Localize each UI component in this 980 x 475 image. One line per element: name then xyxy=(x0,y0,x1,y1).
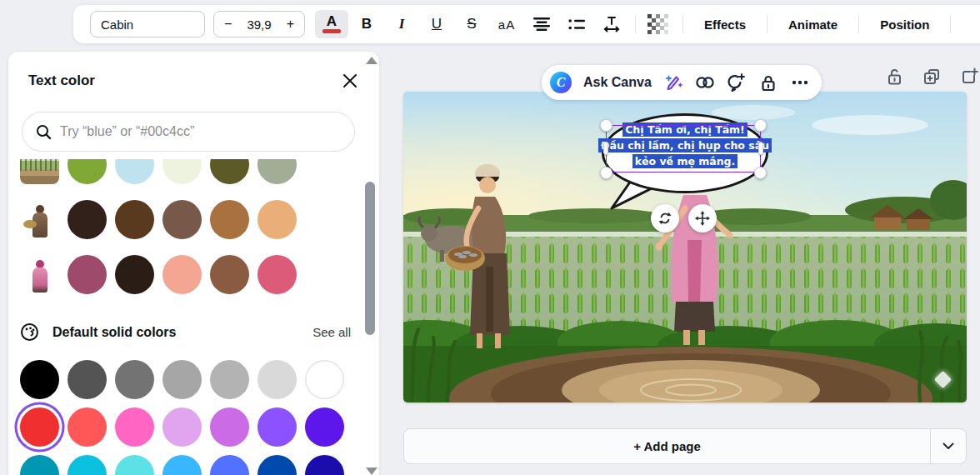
scroll-up-arrow[interactable] xyxy=(366,57,378,64)
color-swatch[interactable] xyxy=(210,255,249,294)
color-swatch[interactable] xyxy=(20,360,59,399)
color-swatch[interactable] xyxy=(162,255,202,294)
animate-button[interactable]: Animate xyxy=(773,10,852,38)
close-icon xyxy=(342,73,358,88)
color-swatch[interactable] xyxy=(115,408,154,447)
rotate-icon xyxy=(658,211,672,226)
color-swatch[interactable] xyxy=(20,408,59,447)
resize-handle-left[interactable] xyxy=(603,142,608,155)
add-page-icon-button[interactable] xyxy=(959,67,979,87)
increase-font-size-button[interactable]: + xyxy=(287,17,294,32)
underline-button[interactable]: U xyxy=(420,10,453,38)
scroll-down-arrow[interactable] xyxy=(366,468,378,475)
resize-handle-top-left[interactable] xyxy=(600,119,612,132)
strikethrough-button[interactable]: S xyxy=(455,10,488,38)
effects-button[interactable]: Effects xyxy=(689,10,761,38)
color-swatch[interactable] xyxy=(258,200,297,239)
text-color-letter: A xyxy=(327,15,337,28)
color-swatch[interactable] xyxy=(258,455,297,475)
color-swatch[interactable] xyxy=(162,200,202,239)
color-swatch[interactable] xyxy=(115,159,154,184)
resize-handle-right[interactable] xyxy=(758,142,763,155)
font-size-stepper: − 39,9 + xyxy=(213,11,305,38)
magic-pen-icon xyxy=(664,73,682,92)
color-swatch[interactable] xyxy=(210,159,249,184)
font-size-value[interactable]: 39,9 xyxy=(247,18,271,32)
color-swatch[interactable] xyxy=(258,360,297,399)
lock-page-button[interactable] xyxy=(884,67,904,87)
solid-color-row xyxy=(20,455,359,475)
color-swatch[interactable] xyxy=(162,159,202,184)
color-search-input[interactable] xyxy=(60,124,341,139)
color-swatch[interactable] xyxy=(210,455,249,475)
color-swatch[interactable] xyxy=(68,159,107,184)
spacing-button[interactable] xyxy=(595,10,628,38)
italic-button[interactable]: I xyxy=(385,10,418,38)
color-swatch[interactable] xyxy=(210,200,249,239)
woman-in-pink-photo-thumb[interactable] xyxy=(20,255,59,294)
text-color-button[interactable]: A xyxy=(315,10,348,38)
comment-button[interactable] xyxy=(727,72,747,92)
decrease-font-size-button[interactable]: − xyxy=(224,17,232,32)
resize-handle-bottom-left[interactable] xyxy=(600,167,612,179)
color-swatch[interactable] xyxy=(115,360,154,399)
list-button[interactable] xyxy=(560,10,593,38)
color-swatch[interactable] xyxy=(258,159,297,184)
panel-title: Text color xyxy=(28,72,339,89)
see-all-link[interactable]: See all xyxy=(312,325,351,339)
position-button[interactable]: Position xyxy=(865,10,944,38)
color-swatch[interactable] xyxy=(162,455,202,475)
align-center-icon xyxy=(532,18,551,31)
color-swatch[interactable] xyxy=(258,408,297,447)
color-swatch[interactable] xyxy=(115,200,154,239)
font-family-selector[interactable]: Cabin xyxy=(90,11,205,38)
duplicate-page-button[interactable] xyxy=(922,67,942,87)
transparency-button[interactable] xyxy=(642,10,676,38)
color-search-box[interactable] xyxy=(22,112,355,152)
bold-button[interactable]: B xyxy=(350,10,383,38)
resize-handle-top-right[interactable] xyxy=(754,119,767,132)
alignment-button[interactable] xyxy=(525,10,558,38)
color-swatch[interactable] xyxy=(305,455,344,475)
scrollbar-thumb[interactable] xyxy=(365,182,375,335)
color-swatch[interactable] xyxy=(68,255,107,294)
color-swatch[interactable] xyxy=(210,360,249,399)
color-swatch[interactable] xyxy=(305,408,344,447)
color-swatch[interactable] xyxy=(20,455,59,475)
rice-field-photo-thumb[interactable] xyxy=(20,159,59,184)
ask-canva-button[interactable]: Ask Canva xyxy=(583,75,652,90)
text-toolbar: Cabin − 39,9 + A B I U S aA xyxy=(73,5,980,43)
add-page-split-button: + Add page xyxy=(403,428,967,464)
color-swatch[interactable] xyxy=(210,408,249,447)
resize-handle-bottom-right[interactable] xyxy=(754,167,767,179)
more-options-button[interactable] xyxy=(790,72,810,92)
color-swatch[interactable] xyxy=(115,255,154,294)
text-color-panel: Text color xyxy=(8,52,379,475)
solid-color-row xyxy=(20,360,359,399)
link-button[interactable] xyxy=(695,72,715,92)
color-swatch[interactable] xyxy=(68,360,107,399)
canva-logo[interactable]: C xyxy=(550,72,572,93)
rotate-button[interactable] xyxy=(651,204,679,232)
text-case-button[interactable]: aA xyxy=(490,10,523,38)
color-swatch[interactable] xyxy=(68,200,107,239)
panel-scroll-viewport: Default solid colors See all xyxy=(8,159,359,475)
color-swatch[interactable] xyxy=(305,360,344,399)
move-button[interactable] xyxy=(688,204,717,232)
text-selection-box[interactable] xyxy=(606,125,761,172)
add-page-dropdown-button[interactable] xyxy=(931,429,966,463)
color-swatch[interactable] xyxy=(162,408,202,447)
close-panel-button[interactable] xyxy=(339,70,361,92)
color-swatch[interactable] xyxy=(68,455,107,475)
color-swatch[interactable] xyxy=(68,408,107,447)
woman-with-basket-photo-thumb[interactable] xyxy=(20,200,59,239)
design-page-canvas[interactable]: Chị Tấm ơi, chị Tấm! Đầu chị lấm, chị hụ… xyxy=(403,92,967,402)
lock-element-button[interactable] xyxy=(758,72,778,92)
add-page-button[interactable]: + Add page xyxy=(404,429,930,463)
color-swatch[interactable] xyxy=(162,360,202,399)
link-icon xyxy=(695,75,715,90)
color-swatch[interactable] xyxy=(115,455,154,475)
magic-edit-button[interactable] xyxy=(663,72,683,92)
color-swatch[interactable] xyxy=(258,255,297,294)
unlock-icon xyxy=(886,68,903,86)
